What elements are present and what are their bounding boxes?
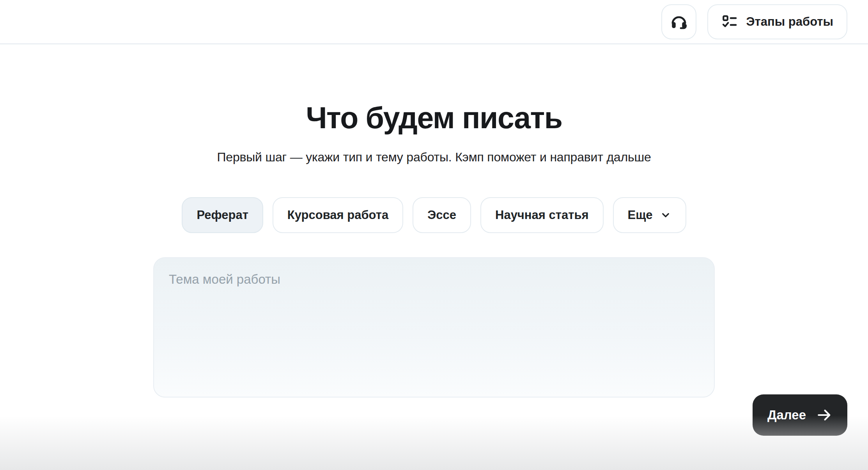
bottom-fade xyxy=(0,415,868,470)
work-type-chip-kursovaya[interactable]: Курсовая работа xyxy=(273,197,403,233)
next-button-label: Далее xyxy=(767,408,806,422)
page-subtitle: Первый шаг — укажи тип и тему работы. Кэ… xyxy=(0,150,868,164)
header: Этапы работы xyxy=(0,0,868,44)
page: Этапы работы Что будем писать Первый шаг… xyxy=(0,0,868,470)
page-title: Что будем писать xyxy=(0,101,868,134)
checklist-icon xyxy=(721,14,738,30)
work-type-chip-label: Эссе xyxy=(427,208,456,222)
work-type-chip-label: Научная статья xyxy=(495,208,589,222)
work-type-chip-label: Реферат xyxy=(197,208,248,222)
topic-textarea[interactable] xyxy=(154,258,714,397)
work-type-chips: Реферат Курсовая работа Эссе Научная ста… xyxy=(0,197,868,233)
main-content: Что будем писать Первый шаг — укажи тип … xyxy=(0,101,868,398)
chevron-down-icon xyxy=(660,209,671,221)
work-type-chip-esse[interactable]: Эссе xyxy=(413,197,471,233)
work-type-chip-label: Курсовая работа xyxy=(287,208,388,222)
stages-button[interactable]: Этапы работы xyxy=(707,4,847,39)
support-button[interactable] xyxy=(661,4,696,39)
arrow-right-icon xyxy=(815,406,833,424)
more-button[interactable]: Еще xyxy=(613,197,686,233)
work-type-chip-nauchnaya[interactable]: Научная статья xyxy=(480,197,604,233)
work-type-chip-referat[interactable]: Реферат xyxy=(182,197,263,233)
more-button-label: Еще xyxy=(628,208,653,222)
headphones-icon xyxy=(670,13,688,31)
next-button[interactable]: Далее xyxy=(753,394,847,436)
topic-input-container xyxy=(153,257,715,398)
stages-button-label: Этапы работы xyxy=(746,15,833,29)
